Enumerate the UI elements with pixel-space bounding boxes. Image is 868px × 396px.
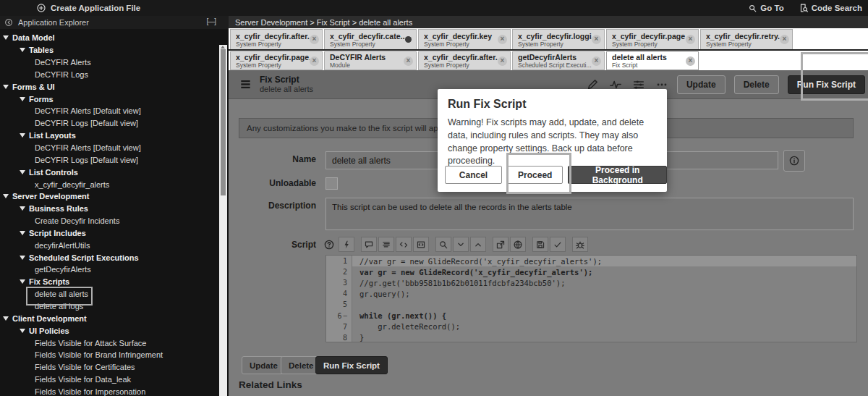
- sidebar-item-forms[interactable]: Forms: [0, 93, 217, 105]
- tab-delete-all-alerts[interactable]: delete all alertsFix Script×: [606, 51, 699, 70]
- tab-x-cyfir-decyfir-retry[interactable]: x_cyfir_decyfir.retry...System Property×: [700, 29, 793, 50]
- sidebar-item-x-cyfir-decyfir-alerts[interactable]: x_cyfir_decyfir_alerts: [0, 178, 217, 190]
- go-to-button[interactable]: Go To: [748, 4, 783, 13]
- triangle-down-icon[interactable]: [20, 48, 25, 52]
- comment-icon[interactable]: [361, 237, 377, 252]
- breadcrumb[interactable]: Server Development > Fix Script > delete…: [229, 16, 868, 28]
- tab-x-cyfir-decyfir-after[interactable]: x_cyfir_decyfir.after...System Property×: [230, 29, 323, 50]
- sidebar-item-list-layouts[interactable]: List Layouts: [0, 130, 217, 142]
- tab-x-cyfir-decyfir-page[interactable]: x_cyfir_decyfir.page...System Property×: [230, 51, 323, 70]
- close-tab-icon[interactable]: ×: [686, 56, 695, 66]
- sidebar-item-decyfir-alerts[interactable]: DeCYFIR Alerts: [0, 56, 217, 69]
- sidebar-item-business-rules[interactable]: Business Rules: [0, 203, 217, 215]
- tab-x-cyfir-decyfir-key[interactable]: x_cyfir_decyfir.keySystem Property×: [418, 29, 511, 50]
- globe-icon[interactable]: [510, 237, 526, 252]
- hamburger-menu-icon[interactable]: [239, 77, 252, 91]
- triangle-down-icon[interactable]: [3, 194, 9, 198]
- close-tab-icon[interactable]: ×: [780, 35, 789, 44]
- triangle-down-icon[interactable]: [20, 133, 25, 138]
- code-search-button[interactable]: Code Search: [799, 3, 862, 13]
- triangle-down-icon[interactable]: [20, 256, 25, 260]
- close-tab-icon[interactable]: ×: [592, 35, 601, 44]
- scroll-up-arrow-icon[interactable]: [221, 46, 225, 49]
- run-fix-script-button-footer[interactable]: Run Fix Script: [315, 356, 388, 374]
- sidebar-item-delete-all-logs[interactable]: delete all logs: [0, 300, 217, 313]
- update-button[interactable]: Update: [677, 75, 726, 94]
- sidebar-item-delete-all-alerts[interactable]: delete all alerts: [0, 288, 217, 300]
- triangle-down-icon[interactable]: [3, 316, 9, 321]
- sidebar-item-data-model[interactable]: Data Model: [0, 32, 217, 44]
- close-tab-icon[interactable]: ×: [592, 56, 601, 66]
- collapse-panel-button[interactable]: [—]: [206, 17, 216, 25]
- triangle-down-icon[interactable]: [20, 170, 25, 174]
- tab-x-cyfir-decyfir-cate[interactable]: x_cyfir_decyfir.cate...System Property: [324, 29, 417, 50]
- macro-icon[interactable]: [339, 237, 354, 252]
- sidebar-item-tables[interactable]: Tables: [0, 44, 217, 56]
- chevron-down-icon[interactable]: [453, 237, 469, 252]
- debug-icon[interactable]: [572, 237, 588, 252]
- sidebar-item-fields-visible-for-attack-surface[interactable]: Fields Visible for Attack Surface: [0, 337, 217, 349]
- delete-button[interactable]: Delete: [734, 75, 779, 94]
- sidebar-item-scheduled-script-executions[interactable]: Scheduled Script Executions: [0, 251, 217, 264]
- sidebar-item-decyfiralertutils[interactable]: decyfirAlertUtils: [0, 239, 217, 251]
- sidebar-item-client-development[interactable]: Client Development: [0, 312, 217, 324]
- format-lines-icon[interactable]: [378, 237, 394, 252]
- script-editor[interactable]: 1//var gr = new GlideRecord('x_cyfir_dec…: [326, 255, 857, 342]
- sidebar-item-fields-visible-for-impersonation[interactable]: Fields Visible for Impersonation: [0, 385, 217, 396]
- close-tab-icon[interactable]: ×: [498, 56, 507, 66]
- close-tab-icon[interactable]: ×: [404, 56, 413, 66]
- sidebar-item-getdecyfiralerts[interactable]: getDecyfirAlerts: [0, 264, 217, 276]
- create-application-file-button[interactable]: Create Application File: [36, 3, 140, 13]
- sidebar-item-script-includes[interactable]: Script Includes: [0, 227, 217, 240]
- open-new-window-icon[interactable]: [493, 237, 509, 252]
- close-tab-icon[interactable]: ×: [498, 35, 507, 44]
- chevron-up-icon[interactable]: [470, 237, 486, 252]
- sidebar-item-fix-scripts[interactable]: Fix Scripts: [0, 276, 217, 288]
- sidebar-item-fields-visible-for-data-leak[interactable]: Fields Visible for Data_leak: [0, 374, 217, 386]
- close-tab-icon[interactable]: ×: [310, 35, 319, 44]
- tab-x-cyfir-decyfir-loggi[interactable]: x_cyfir_decyfir.loggi...System Property×: [512, 29, 605, 50]
- search-icon[interactable]: [435, 237, 451, 252]
- description-textarea[interactable]: This script can be used to delete all th…: [326, 198, 854, 230]
- sidebar-item-forms-ui[interactable]: Forms & UI: [0, 80, 217, 93]
- sidebar-item-decyfir-alerts-default-view[interactable]: DeCYFIR Alerts [Default view]: [0, 142, 217, 154]
- close-tab-icon[interactable]: ×: [310, 56, 319, 66]
- update-button-footer[interactable]: Update: [242, 356, 286, 374]
- fold-marker-icon[interactable]: –: [344, 312, 347, 319]
- run-fix-script-button[interactable]: Run Fix Script: [788, 75, 865, 94]
- back-circle-icon[interactable]: [4, 18, 13, 27]
- tab-x-cyfir-decyfir-after[interactable]: x_cyfir_decyfir.after...System Property×: [418, 51, 511, 70]
- name-info-button[interactable]: [783, 150, 805, 172]
- help-circle-icon[interactable]: [323, 239, 335, 250]
- syntax-check-icon[interactable]: [550, 237, 566, 252]
- sidebar-item-decyfir-logs-default-view[interactable]: DeCYFIR Logs [Default view]: [0, 117, 217, 130]
- proceed-in-background-button[interactable]: Proceed in Background: [568, 166, 667, 184]
- unloadable-checkbox[interactable]: [326, 177, 338, 190]
- proceed-button[interactable]: Proceed: [507, 166, 563, 184]
- sidebar-item-decyfir-logs[interactable]: DeCYFIR Logs: [0, 69, 217, 81]
- save-icon[interactable]: [532, 237, 548, 252]
- sidebar-item-server-development[interactable]: Server Development: [0, 190, 217, 203]
- sidebar-item-decyfir-alerts-default-view[interactable]: DeCYFIR Alerts [Default view]: [0, 105, 217, 117]
- sidebar-item-decyfir-logs-default-view[interactable]: DeCYFIR Logs [Default view]: [0, 153, 217, 166]
- swap-arrows-icon[interactable]: [396, 237, 412, 252]
- cancel-button[interactable]: Cancel: [445, 166, 502, 184]
- sidebar-item-list-controls[interactable]: List Controls: [0, 166, 217, 178]
- triangle-down-icon[interactable]: [3, 85, 9, 89]
- sidebar-item-fields-visible-for-brand-infringement[interactable]: Fields Visible for Brand Infringement: [0, 349, 217, 361]
- tab-getdecyfiralerts[interactable]: getDecyfirAlertsScheduled Script Executi…: [512, 51, 605, 70]
- code-block-icon[interactable]: [413, 237, 429, 252]
- triangle-down-icon[interactable]: [20, 329, 25, 333]
- triangle-down-icon[interactable]: [20, 231, 25, 235]
- close-tab-icon[interactable]: ×: [686, 35, 695, 44]
- tab-decyfir-alerts[interactable]: DeCYFIR AlertsModule×: [324, 51, 417, 70]
- triangle-down-icon[interactable]: [20, 206, 25, 211]
- sidebar-item-fields-visible-for-certificates[interactable]: Fields Visible for Certificates: [0, 361, 217, 374]
- sidebar-scrollbar-thumb[interactable]: [221, 49, 226, 195]
- triangle-down-icon[interactable]: [20, 279, 25, 284]
- triangle-down-icon[interactable]: [20, 97, 25, 101]
- sidebar-item-ui-policies[interactable]: UI Policies: [0, 324, 217, 337]
- sidebar-item-create-decyfir-incidents[interactable]: Create Decyfir Incidents: [0, 215, 217, 227]
- triangle-down-icon[interactable]: [3, 35, 9, 40]
- tab-x-cyfir-decyfir-page[interactable]: x_cyfir_decyfir.pageSystem Property×: [606, 29, 699, 50]
